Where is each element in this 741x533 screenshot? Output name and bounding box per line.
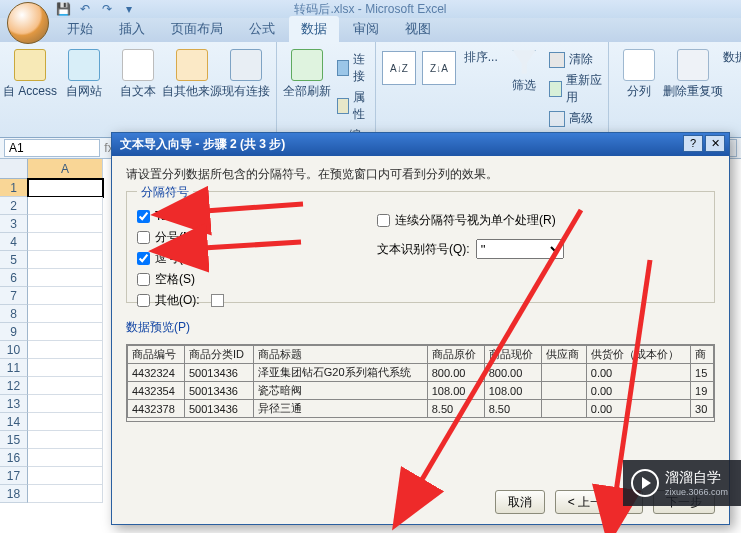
cell-A5[interactable] [28,251,103,269]
group-data-tools: 分列 删除重复项 数据有效 [609,42,741,137]
ribbon-tabs: 开始 插入 页面布局 公式 数据 审阅 视图 [0,18,741,42]
cell-A9[interactable] [28,323,103,341]
cell-A12[interactable] [28,377,103,395]
office-button[interactable] [7,2,49,44]
delim-semicolon-checkbox[interactable]: 分号(M) [137,229,247,246]
row-header-5[interactable]: 5 [0,251,28,269]
treat-consecutive-checkbox[interactable]: 连续分隔符号视为单个处理(R) [377,212,564,229]
cell-A14[interactable] [28,413,103,431]
tab-home[interactable]: 开始 [55,16,105,42]
delim-tab-checkbox[interactable]: Tab 键(T) [137,208,247,225]
cell-A18[interactable] [28,485,103,503]
from-web-button[interactable]: 自网站 [60,45,108,100]
preview-col-header: 商品编号 [128,346,185,364]
tab-review[interactable]: 审阅 [341,16,391,42]
preview-col-header: 商品现价 [484,346,541,364]
from-access-button[interactable]: 自 Access [6,45,54,100]
group-sort-filter: A↓Z Z↓A 排序... 筛选 清除 重新应用 高级 [376,42,609,137]
cell-A8[interactable] [28,305,103,323]
cell-A6[interactable] [28,269,103,287]
sort-asc-button[interactable]: A↓Z [382,51,416,85]
delim-comma-checkbox[interactable]: 逗号(C) [137,250,247,267]
properties-button[interactable]: 属性 [337,89,369,123]
name-box[interactable]: A1 [4,139,100,157]
delim-other-checkbox[interactable]: 其他(O): [137,292,247,309]
delim-space-checkbox[interactable]: 空格(S) [137,271,247,288]
tab-view[interactable]: 视图 [393,16,443,42]
preview-row: 443235450013436瓷芯暗阀108.00108.000.0019 [128,382,714,400]
sort-desc-button[interactable]: Z↓A [422,51,456,85]
data-validation-button[interactable]: 数据有效 [723,45,741,66]
cell-A1[interactable] [28,179,103,197]
sort-dialog-button[interactable]: 排序... [462,45,499,66]
dialog-window-buttons: ? ✕ [683,135,725,152]
clear-button[interactable]: 清除 [549,51,602,68]
data-preview[interactable]: 商品编号商品分类ID商品标题商品原价商品现价供应商供货价（成本价）商443232… [126,344,715,422]
cell-A4[interactable] [28,233,103,251]
preview-col-header: 商品标题 [253,346,427,364]
row-header-2[interactable]: 2 [0,197,28,215]
existing-connections-button[interactable]: 现有连接 [222,45,270,100]
row-header-9[interactable]: 9 [0,323,28,341]
row-header-6[interactable]: 6 [0,269,28,287]
reapply-button[interactable]: 重新应用 [549,72,602,106]
row-header-7[interactable]: 7 [0,287,28,305]
preview-legend: 数据预览(P) [126,319,715,336]
row-header-16[interactable]: 16 [0,449,28,467]
preview-col-header: 商 [691,346,714,364]
cell-A16[interactable] [28,449,103,467]
text-qualifier-label: 文本识别符号(Q): [377,241,470,258]
cell-A13[interactable] [28,395,103,413]
select-all-corner[interactable] [0,159,28,179]
connections-button[interactable]: 连接 [337,51,369,85]
play-icon [631,469,659,497]
from-other-button[interactable]: 自其他来源 [168,45,216,100]
row-header-15[interactable]: 15 [0,431,28,449]
cell-A7[interactable] [28,287,103,305]
cell-A3[interactable] [28,215,103,233]
row-header-8[interactable]: 8 [0,305,28,323]
delimiters-legend: 分隔符号 [137,184,193,201]
watermark-badge: 溜溜自学 zixue.3066.com [623,460,741,506]
dialog-instruction: 请设置分列数据所包含的分隔符号。在预览窗口内可看到分列的效果。 [126,166,715,183]
preview-col-header: 商品原价 [427,346,484,364]
cell-A17[interactable] [28,467,103,485]
row-header-3[interactable]: 3 [0,215,28,233]
group-connections: 全部刷新 连接 属性 编辑链接 [277,42,376,137]
tab-formula[interactable]: 公式 [237,16,287,42]
advanced-button[interactable]: 高级 [549,110,602,127]
tab-page-layout[interactable]: 页面布局 [159,16,235,42]
column-header-A[interactable]: A [28,159,103,179]
cell-A10[interactable] [28,341,103,359]
cell-A15[interactable] [28,431,103,449]
filter-button[interactable]: 筛选 [505,45,542,94]
row-header-14[interactable]: 14 [0,413,28,431]
from-text-button[interactable]: 自文本 [114,45,162,100]
text-to-columns-button[interactable]: 分列 [615,45,663,100]
row-header-13[interactable]: 13 [0,395,28,413]
row-header-12[interactable]: 12 [0,377,28,395]
dialog-help-button[interactable]: ? [683,135,703,152]
ribbon: 自 Access 自网站 自文本 自其他来源 现有连接 全部刷新 连接 属性 编… [0,42,741,138]
refresh-all-button[interactable]: 全部刷新 [283,45,331,100]
row-header-17[interactable]: 17 [0,467,28,485]
cell-A11[interactable] [28,359,103,377]
cancel-button[interactable]: 取消 [495,490,545,514]
tab-insert[interactable]: 插入 [107,16,157,42]
delim-other-input[interactable] [211,294,224,307]
preview-col-header: 供应商 [541,346,586,364]
row-header-4[interactable]: 4 [0,233,28,251]
row-header-1[interactable]: 1 [0,179,28,197]
row-header-11[interactable]: 11 [0,359,28,377]
preview-col-header: 供货价（成本价） [586,346,690,364]
tab-data[interactable]: 数据 [289,16,339,42]
row-header-18[interactable]: 18 [0,485,28,503]
preview-row: 443237850013436异径三通8.508.500.0030 [128,400,714,418]
cell-A2[interactable] [28,197,103,215]
app-title-bar: 💾 ↶ ↷ ▾ 转码后.xlsx - Microsoft Excel [0,0,741,18]
preview-row: 443232450013436泽亚集团钻石G20系列箱代系统800.00800.… [128,364,714,382]
remove-duplicates-button[interactable]: 删除重复项 [669,45,717,100]
dialog-close-button[interactable]: ✕ [705,135,725,152]
row-header-10[interactable]: 10 [0,341,28,359]
text-qualifier-select[interactable]: " [476,239,564,259]
